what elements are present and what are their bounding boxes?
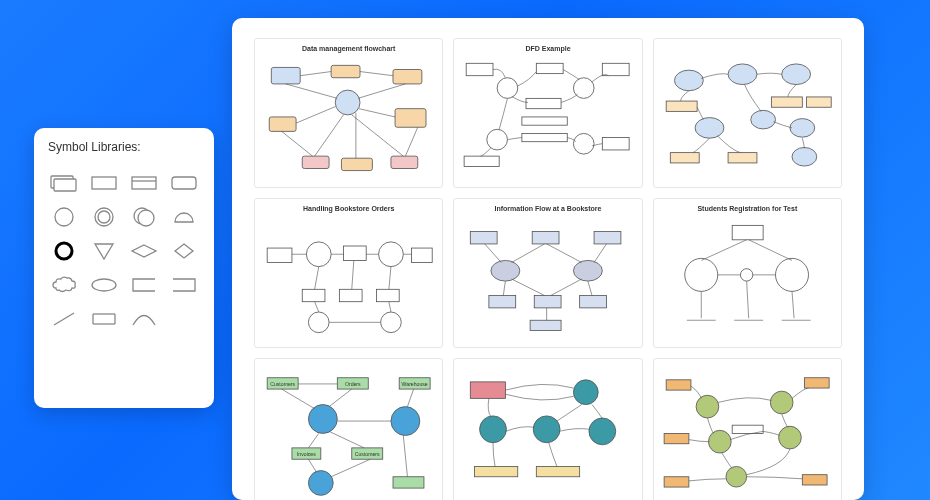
svg-line-30 — [358, 84, 405, 98]
svg-point-103 — [740, 269, 752, 281]
svg-rect-66 — [412, 248, 433, 262]
template-flow-green-blue[interactable]: Customers Orders Warehouse Invoices Cust… — [254, 358, 443, 500]
shape-circle[interactable] — [49, 206, 79, 228]
svg-point-102 — [775, 258, 808, 291]
templates-panel: Data management flowchart — [232, 18, 864, 500]
shape-rect-open-right[interactable] — [129, 274, 159, 296]
svg-point-63 — [306, 242, 331, 267]
svg-rect-5 — [172, 177, 196, 189]
shape-diamond-wide[interactable] — [129, 240, 159, 262]
svg-point-118 — [391, 407, 420, 436]
svg-rect-138 — [475, 466, 518, 476]
template-students-registration[interactable]: Students Registration for Test — [653, 198, 842, 348]
svg-point-52 — [781, 64, 810, 85]
svg-rect-40 — [603, 63, 630, 75]
template-flow-olive-orange[interactable] — [653, 358, 842, 500]
svg-point-117 — [308, 405, 337, 434]
svg-point-86 — [574, 260, 603, 281]
svg-point-145 — [708, 430, 731, 453]
svg-line-77 — [352, 260, 354, 289]
shape-empty — [169, 308, 199, 330]
template-dfd-example[interactable]: DFD Example — [453, 38, 642, 188]
svg-line-92 — [512, 244, 545, 263]
svg-rect-43 — [526, 98, 561, 108]
shape-rect-open-left[interactable] — [169, 274, 199, 296]
shape-stacked-rects[interactable] — [49, 172, 79, 194]
shape-line[interactable] — [49, 308, 79, 330]
svg-rect-84 — [594, 232, 621, 244]
node-label: Invoices — [297, 451, 316, 457]
symbol-library-panel: Symbol Libraries: — [34, 128, 214, 408]
template-info-flow-bookstore[interactable]: Information Flow at a Bookstore — [453, 198, 642, 348]
svg-rect-22 — [269, 117, 296, 131]
node-label: Orders — [345, 381, 361, 387]
shape-diamond[interactable] — [169, 240, 199, 262]
svg-line-33 — [315, 115, 344, 156]
svg-line-131 — [331, 459, 370, 477]
svg-line-80 — [389, 302, 391, 312]
svg-point-149 — [726, 466, 747, 487]
svg-line-130 — [308, 459, 316, 472]
symbol-library-title: Symbol Libraries: — [48, 140, 200, 154]
svg-line-93 — [547, 244, 582, 263]
shape-rounded-rect[interactable] — [169, 172, 199, 194]
node-label: Customers — [270, 381, 295, 387]
template-flow-teal-curves[interactable] — [453, 358, 642, 500]
svg-rect-90 — [530, 320, 561, 330]
svg-rect-141 — [804, 378, 829, 388]
svg-rect-59 — [670, 153, 699, 163]
svg-point-65 — [379, 242, 404, 267]
svg-rect-54 — [771, 97, 802, 107]
svg-point-146 — [778, 426, 801, 449]
svg-rect-47 — [522, 133, 567, 141]
shape-cloud[interactable] — [49, 274, 79, 296]
svg-line-132 — [403, 436, 407, 477]
node-label: Warehouse — [402, 381, 428, 387]
svg-rect-18 — [271, 67, 300, 84]
shape-curve[interactable] — [129, 308, 159, 330]
svg-line-113 — [792, 291, 794, 318]
template-bookstore-orders[interactable]: Handling Bookstore Orders — [254, 198, 443, 348]
svg-rect-53 — [666, 101, 697, 111]
svg-rect-24 — [302, 156, 329, 168]
shape-ellipse[interactable] — [89, 274, 119, 296]
shape-open-rect-top-bottom[interactable] — [89, 308, 119, 330]
svg-point-8 — [98, 211, 110, 223]
svg-line-95 — [504, 281, 506, 295]
svg-rect-150 — [802, 475, 827, 485]
svg-line-32 — [359, 109, 395, 117]
svg-rect-62 — [267, 248, 292, 262]
svg-point-134 — [574, 380, 599, 405]
shape-rect[interactable] — [89, 172, 119, 194]
svg-rect-25 — [341, 158, 372, 170]
svg-rect-139 — [537, 466, 580, 476]
svg-point-58 — [790, 119, 815, 138]
svg-point-21 — [335, 90, 360, 115]
svg-line-128 — [308, 433, 318, 447]
template-title: Handling Bookstore Orders — [303, 205, 394, 212]
svg-point-136 — [534, 416, 561, 443]
svg-line-78 — [389, 267, 391, 290]
svg-rect-46 — [522, 117, 567, 125]
svg-point-142 — [696, 395, 719, 418]
template-flow-colored[interactable] — [653, 38, 842, 188]
svg-point-10 — [138, 210, 154, 226]
shape-circle-stacked[interactable] — [129, 206, 159, 228]
svg-point-57 — [750, 110, 775, 129]
svg-line-126 — [407, 389, 413, 407]
shape-rect-header[interactable] — [129, 172, 159, 194]
svg-line-107 — [701, 240, 746, 261]
svg-rect-49 — [464, 156, 499, 166]
svg-rect-39 — [537, 63, 564, 73]
svg-rect-23 — [395, 109, 426, 128]
svg-point-11 — [56, 243, 72, 259]
svg-point-44 — [487, 129, 508, 150]
svg-rect-3 — [132, 177, 156, 189]
svg-point-45 — [574, 133, 595, 154]
shape-half-circle[interactable] — [169, 206, 199, 228]
shape-circle-bold[interactable] — [49, 240, 79, 262]
svg-line-98 — [588, 281, 592, 295]
shape-double-circle[interactable] — [89, 206, 119, 228]
template-data-management[interactable]: Data management flowchart — [254, 38, 443, 188]
shape-triangle-down[interactable] — [89, 240, 119, 262]
